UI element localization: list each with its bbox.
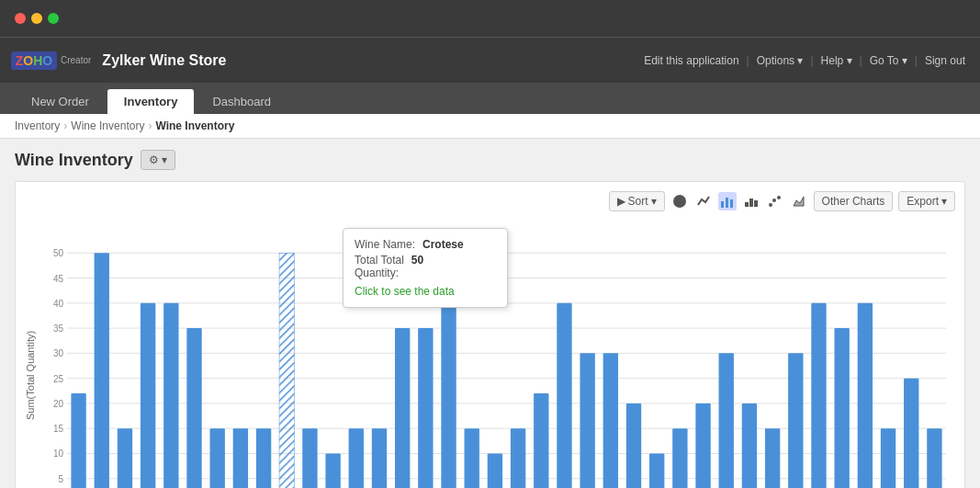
svg-rect-55 — [557, 303, 571, 488]
chart-type-circle[interactable] — [670, 192, 689, 210]
svg-text:25: 25 — [53, 374, 64, 384]
svg-rect-6 — [754, 200, 758, 207]
svg-rect-36 — [141, 303, 155, 488]
window-title-bar — [0, 0, 980, 37]
nav-tab-inventory[interactable]: Inventory — [107, 89, 195, 114]
nav-tab-dashboard[interactable]: Dashboard — [196, 89, 287, 114]
creator-label: Creator — [61, 55, 91, 65]
zoho-logo: ZOHO — [15, 48, 53, 74]
other-charts-button[interactable]: Other Charts — [814, 191, 894, 211]
chart-area: Sum(Total Quantity) 05101520253035404550… — [25, 219, 955, 488]
app-title: Zylker Wine Store — [102, 52, 226, 69]
page-title-row: Wine Inventory ⚙ ▾ — [15, 150, 965, 170]
chart-type-bar[interactable] — [718, 192, 737, 210]
logo-area: ZOHO Creator Zylker Wine Store — [15, 48, 226, 74]
svg-rect-60 — [672, 428, 687, 488]
sort-button[interactable]: ▶ Sort ▾ — [609, 191, 665, 211]
svg-rect-50 — [441, 303, 456, 488]
svg-rect-39 — [210, 428, 225, 488]
breadcrumb-inventory[interactable]: Inventory — [15, 119, 60, 132]
svg-text:5: 5 — [58, 474, 63, 484]
svg-rect-59 — [649, 453, 664, 488]
svg-text:15: 15 — [53, 424, 64, 434]
app-header: ZOHO Creator Zylker Wine Store Edit this… — [0, 37, 980, 83]
svg-rect-46 — [349, 428, 364, 488]
header-actions: Edit this application | Options ▾ | Help… — [644, 54, 965, 67]
svg-text:35: 35 — [53, 323, 64, 334]
chart-type-area[interactable] — [790, 192, 808, 210]
options-menu[interactable]: Options ▾ — [757, 54, 804, 67]
breadcrumb-wine-inventory-2: Wine Inventory — [155, 119, 234, 132]
svg-rect-66 — [811, 303, 826, 488]
svg-rect-5 — [749, 199, 753, 207]
svg-rect-38 — [186, 328, 201, 488]
svg-rect-70 — [904, 379, 918, 488]
svg-rect-43 — [279, 253, 294, 488]
svg-text:20: 20 — [53, 399, 64, 409]
chart-type-line[interactable] — [694, 192, 713, 210]
zoho-o1: O — [23, 53, 33, 68]
svg-rect-4 — [745, 202, 749, 207]
page-content: Wine Inventory ⚙ ▾ ▶ Sort ▾ — [0, 139, 980, 488]
svg-text:40: 40 — [53, 299, 64, 309]
svg-rect-34 — [95, 253, 109, 488]
svg-rect-67 — [834, 328, 849, 488]
sort-chevron-icon: ▾ — [651, 195, 657, 208]
svg-rect-57 — [603, 353, 618, 488]
help-menu[interactable]: Help ▾ — [821, 54, 852, 67]
gear-icon: ⚙ — [149, 153, 159, 166]
svg-rect-2 — [726, 198, 728, 208]
svg-rect-1 — [721, 201, 724, 208]
svg-text:10: 10 — [53, 448, 64, 459]
nav-tab-new-order[interactable]: New Order — [15, 89, 106, 114]
export-chevron-icon: ▾ — [941, 195, 947, 208]
page-title: Wine Inventory — [15, 151, 133, 170]
signout-link[interactable]: Sign out — [925, 54, 965, 67]
minimize-button[interactable] — [31, 13, 42, 24]
chart-container: ▶ Sort ▾ — [15, 181, 965, 488]
traffic-lights — [15, 13, 59, 24]
svg-rect-52 — [488, 453, 502, 488]
svg-rect-3 — [730, 199, 733, 208]
svg-rect-53 — [511, 428, 525, 488]
svg-rect-68 — [858, 303, 873, 488]
svg-rect-49 — [418, 328, 433, 488]
svg-rect-63 — [742, 403, 757, 488]
svg-rect-62 — [719, 353, 734, 488]
maximize-button[interactable] — [48, 13, 59, 24]
chart-inner: 05101520253035404550 Wine Name: Crotese … — [39, 219, 955, 488]
chart-type-bar2[interactable] — [742, 192, 760, 210]
svg-rect-37 — [163, 303, 178, 488]
svg-rect-45 — [325, 453, 340, 488]
svg-point-9 — [777, 196, 781, 199]
svg-rect-51 — [465, 428, 479, 488]
nav-bar: New Order Inventory Dashboard — [0, 83, 980, 114]
svg-rect-40 — [233, 428, 248, 488]
svg-rect-58 — [626, 403, 641, 488]
zoho-o2: O — [42, 53, 52, 68]
svg-rect-65 — [788, 353, 803, 488]
svg-point-8 — [772, 199, 776, 202]
zoho-h: H — [33, 53, 42, 68]
sort-arrow-icon: ▶ — [617, 195, 625, 208]
svg-rect-44 — [302, 428, 317, 488]
settings-button[interactable]: ⚙ ▾ — [141, 150, 175, 170]
bar-chart-svg: 05101520253035404550 — [39, 219, 955, 488]
export-button[interactable]: Export ▾ — [898, 191, 955, 211]
svg-text:50: 50 — [53, 248, 64, 258]
goto-menu[interactable]: Go To ▾ — [870, 54, 907, 67]
svg-point-7 — [769, 203, 772, 207]
svg-rect-71 — [927, 428, 941, 488]
svg-point-0 — [673, 195, 686, 208]
svg-text:45: 45 — [53, 274, 64, 284]
breadcrumb-wine-inventory-1[interactable]: Wine Inventory — [71, 119, 144, 132]
edit-application-link[interactable]: Edit this application — [644, 54, 738, 67]
close-button[interactable] — [15, 13, 26, 24]
svg-rect-61 — [695, 403, 710, 488]
svg-rect-64 — [765, 428, 780, 488]
svg-rect-56 — [580, 353, 594, 488]
chart-type-scatter[interactable] — [766, 192, 784, 210]
svg-rect-54 — [534, 393, 548, 488]
chart-toolbar: ▶ Sort ▾ — [25, 191, 955, 211]
svg-rect-33 — [71, 393, 85, 488]
